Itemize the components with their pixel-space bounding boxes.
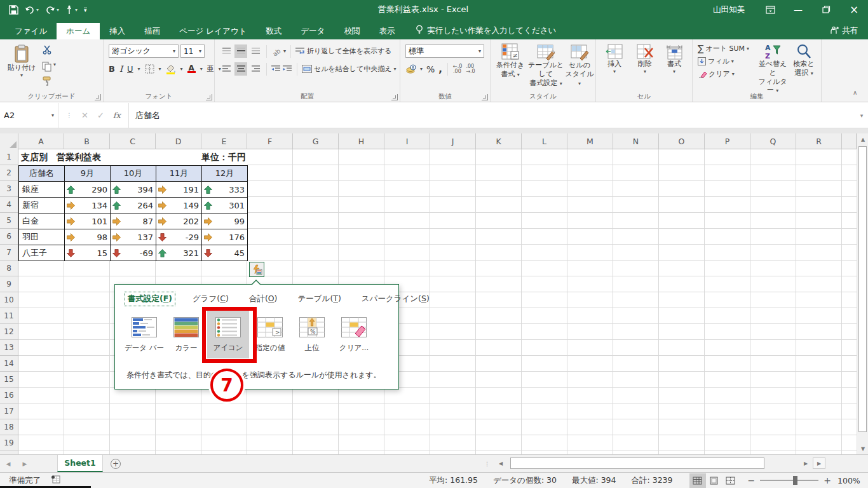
name-box[interactable]: A2▾ [0,103,58,128]
insert-function-icon[interactable]: fx [113,111,121,120]
value-cell[interactable]: 149 [156,198,202,214]
cancel-icon[interactable]: ✕ [81,111,88,120]
ribbon-tab-ファイル[interactable]: ファイル [5,23,57,39]
row-header-1[interactable]: 1 [0,149,18,165]
fill-color-icon[interactable] [166,62,176,76]
orientation-icon[interactable]: ab [271,44,281,58]
decrease-decimal-icon[interactable]: .00→.0 [466,62,475,76]
row-header-14[interactable]: 14 [0,356,18,372]
close-icon[interactable]: × [840,0,868,19]
customize-qat-icon[interactable]: ▾ [84,8,87,12]
align-middle-icon[interactable] [234,44,247,58]
zoom-in-icon[interactable]: + [824,475,831,485]
underline-button[interactable]: U [127,62,133,76]
row-header-8[interactable]: 8 [0,261,18,276]
ribbon-tab-ホーム[interactable]: ホーム [57,23,100,39]
tell-me-box[interactable]: 実行したい作業を入力してください [416,25,556,36]
column-header-R[interactable]: R [796,133,842,149]
vertical-scroll-thumb[interactable] [858,146,867,432]
ribbon-display-options-icon[interactable] [756,0,784,19]
row-header-17[interactable]: 17 [0,403,18,419]
bold-button[interactable]: B [109,62,115,76]
merge-center-label[interactable]: セルを結合して中央揃え [314,64,392,74]
table-header-cell[interactable]: 店舗名 [19,166,65,182]
increase-decimal-icon[interactable]: ←.0.00 [453,62,462,76]
row-header-7[interactable]: 7 [0,245,18,261]
format-cells-button[interactable]: 書式▾ [661,43,688,75]
row-header-16[interactable]: 16 [0,388,18,403]
qa-tab-書式設定(F)[interactable]: 書式設定(F) [125,292,175,306]
table-header-cell[interactable]: 10月 [111,166,156,182]
zoom-slider-thumb[interactable] [793,476,797,485]
zoom-out-icon[interactable]: − [748,475,756,485]
branch-name-cell[interactable]: 新宿 [19,198,65,214]
qa-item-data-bars[interactable]: データ バー [123,310,165,358]
value-cell[interactable]: 191 [156,182,202,198]
column-header-P[interactable]: P [705,133,750,149]
borders-icon[interactable] [145,62,154,76]
tab-scroll-right-icon[interactable]: ▶ [813,458,825,469]
value-cell[interactable]: 333 [202,182,248,198]
font-dialog-launcher[interactable] [206,94,212,100]
branch-name-cell[interactable]: 羽田 [19,229,65,245]
row-header-13[interactable]: 13 [0,340,18,356]
align-bottom-icon[interactable] [249,44,262,58]
page-layout-view-icon[interactable] [706,473,722,488]
comma-icon[interactable]: , [438,62,442,76]
scroll-down-icon[interactable]: ▼ [857,443,868,454]
column-header-B[interactable]: B [64,133,110,149]
zoom-level[interactable]: 100% [837,476,868,485]
column-header-M[interactable]: M [567,133,613,149]
value-cell[interactable]: -69 [111,245,156,261]
value-cell[interactable]: 15 [65,245,111,261]
tab-splitter-handle[interactable]: ⋮ [484,455,490,472]
ribbon-tab-数式[interactable]: 数式 [256,23,291,39]
zoom-slider[interactable] [760,480,818,481]
qa-tab-スパークライン(S)[interactable]: スパークライン(S) [359,292,432,306]
row-header-11[interactable]: 11 [0,308,18,324]
row-header-6[interactable]: 6 [0,229,18,245]
unit-cell[interactable]: 単位：千円 [201,152,245,163]
copy-icon[interactable]: ▾ [42,62,56,72]
clear-button[interactable]: クリア▾ [698,69,749,79]
normal-view-icon[interactable] [689,473,706,488]
select-all-corner[interactable] [0,133,18,149]
column-header-O[interactable]: O [659,133,705,149]
row-header-19[interactable]: 19 [0,435,18,451]
font-color-icon[interactable]: A [187,62,196,76]
new-sheet-button[interactable]: + [103,455,128,472]
value-cell[interactable]: 101 [65,214,111,229]
minimize-icon[interactable]: — [784,0,812,19]
table-header-cell[interactable]: 11月 [156,166,202,182]
redo-icon[interactable]: ▾ [45,5,59,14]
phonetic-guide-icon[interactable]: 亜 [207,62,214,76]
font-size-combo[interactable]: 11▾ [180,44,205,58]
align-top-icon[interactable] [220,44,233,58]
align-left-icon[interactable] [220,62,233,76]
ribbon-tab-ページ レイアウト[interactable]: ページ レイアウト [170,23,256,39]
column-header-J[interactable]: J [430,133,476,149]
row-header-2[interactable]: 2 [0,165,18,181]
qa-tab-テーブル(T)[interactable]: テーブル(T) [295,292,344,306]
column-header-D[interactable]: D [156,133,201,149]
align-right-icon[interactable] [249,62,262,76]
horizontal-scrollbar[interactable]: ◀ ▶ ▶ [495,455,794,472]
page-break-view-icon[interactable] [722,473,739,488]
branch-name-cell[interactable]: 白金 [19,214,65,229]
ribbon-tab-データ[interactable]: データ [291,23,334,39]
alignment-dialog-launcher[interactable] [391,94,398,100]
enter-icon[interactable]: ✓ [97,111,104,120]
format-painter-icon[interactable] [42,76,56,88]
value-cell[interactable]: 264 [111,198,156,214]
ribbon-tab-校閲[interactable]: 校閲 [334,23,369,39]
row-header-15[interactable]: 15 [0,372,18,388]
restore-icon[interactable] [812,0,840,19]
quick-analysis-button[interactable] [249,262,264,277]
scroll-right-icon[interactable]: ▶ [800,458,811,470]
column-header-G[interactable]: G [293,133,339,149]
paste-button[interactable]: 貼り付け▾ [6,44,37,79]
sheet-nav-left-icon[interactable]: ◀ [0,455,17,472]
collapse-ribbon-icon[interactable]: ∧ [853,89,857,96]
ribbon-tab-描画[interactable]: 描画 [135,23,170,39]
vertical-scrollbar[interactable]: ▲ ▼ [857,133,868,454]
